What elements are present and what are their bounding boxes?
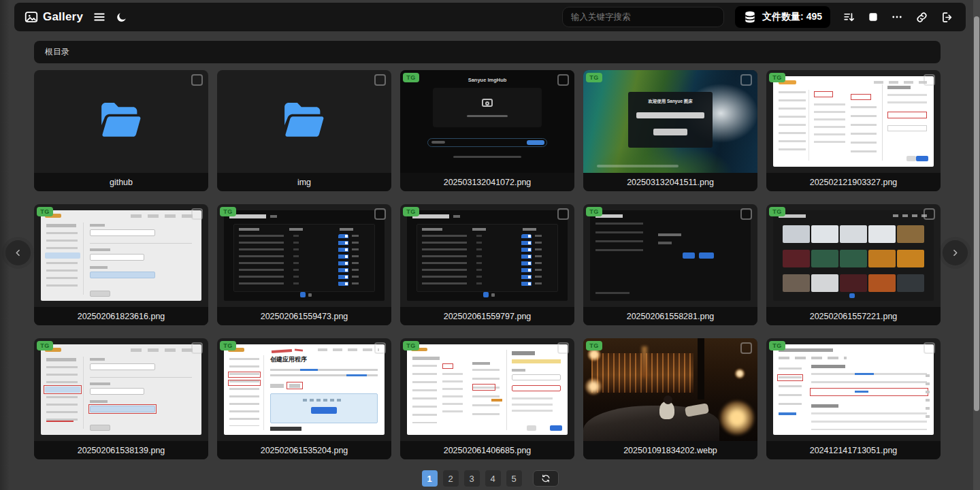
thumbnail-art <box>512 369 525 372</box>
thumbnail-art <box>472 228 486 231</box>
thumbnail-art <box>46 224 76 227</box>
thumbnail-art <box>653 129 687 135</box>
prev-page-arrow[interactable] <box>5 240 31 265</box>
app-title: Gallery <box>43 10 83 24</box>
scrollbar-thumb[interactable] <box>974 16 979 411</box>
menu-icon[interactable] <box>93 10 106 24</box>
image-card[interactable]: TG202501091834202.webp <box>583 338 757 459</box>
refresh-button[interactable] <box>533 470 559 487</box>
thumbnail-art <box>346 374 367 376</box>
file-name: 202501091834202.webp <box>623 446 717 455</box>
thumbnail-art <box>664 395 672 404</box>
thumbnail-art <box>270 427 301 431</box>
thumbnail-art <box>442 363 453 369</box>
select-checkbox[interactable] <box>191 74 203 86</box>
image-card[interactable]: 创建应用程序TG202502061535204.png <box>217 338 391 459</box>
sort-descending-icon[interactable] <box>843 11 855 24</box>
thumbnail-art <box>840 274 867 292</box>
page-buttons: 12345 <box>422 470 522 487</box>
select-checkbox[interactable] <box>740 74 752 86</box>
image-card[interactable]: TG202502121903327.png <box>766 70 941 191</box>
image-card[interactable]: TG202502061557221.png <box>766 204 941 325</box>
select-checkbox[interactable] <box>557 208 569 220</box>
image-card[interactable]: TG202502061559797.png <box>400 204 574 325</box>
file-name: 202502061557221.png <box>810 312 898 321</box>
pagination: 12345 <box>0 470 980 487</box>
select-checkbox[interactable] <box>374 342 386 354</box>
thumbnail-art <box>512 359 561 363</box>
thumbnail-art <box>808 90 809 161</box>
select-checkbox[interactable] <box>557 342 569 354</box>
file-count-text: 文件数量: 495 <box>762 11 822 23</box>
logout-icon[interactable] <box>941 11 953 24</box>
thumbnail-art <box>318 348 379 351</box>
thumbnail-art <box>412 365 437 423</box>
search-input[interactable] <box>562 7 724 27</box>
thumbnail-art <box>90 377 192 378</box>
select-checkbox[interactable] <box>374 74 386 86</box>
image-card[interactable]: Sanyue ImgHubTG202503132041072.png <box>400 70 574 191</box>
channel-badge: TG <box>403 207 419 216</box>
breadcrumb-root[interactable]: 根目录 <box>45 46 69 58</box>
select-checkbox[interactable] <box>191 342 203 354</box>
scrollbar-track[interactable] <box>973 0 980 490</box>
select-checkbox[interactable] <box>740 208 752 220</box>
file-grid: githubimgSanyue ImgHubTG202503132041072.… <box>34 70 941 459</box>
thumbnail-art <box>840 225 867 243</box>
thumbnail-art <box>131 348 196 352</box>
image-card[interactable]: TG202502061559473.png <box>217 204 391 325</box>
thumbnail-art <box>777 374 803 381</box>
image-card[interactable]: TG202502061558281.png <box>583 204 757 325</box>
thumbnail-art <box>491 399 502 402</box>
channel-badge: TG <box>586 73 602 82</box>
thumbnail-art <box>263 355 264 430</box>
image-card[interactable]: TG202412141713051.png <box>766 338 941 459</box>
thumbnail-art <box>224 210 385 301</box>
file-name-bar: github <box>34 173 208 191</box>
page-button-2[interactable]: 2 <box>443 470 459 487</box>
page-button-1[interactable]: 1 <box>422 470 438 487</box>
file-name-bar: 202502061558281.png <box>583 307 757 325</box>
breadcrumb[interactable]: 根目录 <box>34 41 941 63</box>
thumbnail-art <box>90 400 108 403</box>
page-button-3[interactable]: 3 <box>464 470 480 487</box>
thumbnail-art <box>851 94 871 100</box>
image-card[interactable]: 欢迎使用 Sanyue 图床TG202503132041511.png <box>583 70 757 191</box>
select-all-icon[interactable] <box>868 12 879 22</box>
select-checkbox[interactable] <box>924 208 935 220</box>
select-checkbox[interactable] <box>740 342 752 354</box>
folder-card[interactable]: img <box>217 70 391 191</box>
thumbnail-art <box>882 84 883 161</box>
thumbnail-art <box>595 292 630 294</box>
thumbnail-art <box>90 425 110 431</box>
thumbnail-art <box>228 380 261 386</box>
thumbnail-art <box>658 233 681 236</box>
page-button-4[interactable]: 4 <box>485 470 501 487</box>
thumbnail-art <box>422 235 467 288</box>
select-checkbox[interactable] <box>924 342 935 354</box>
page-button-5[interactable]: 5 <box>506 470 522 487</box>
thumbnail-art <box>46 421 74 422</box>
select-checkbox[interactable] <box>557 74 569 86</box>
image-card[interactable]: TG202502061406685.png <box>400 338 574 459</box>
thumbnail <box>583 204 757 307</box>
image-card[interactable]: TG202502061538139.png <box>34 338 208 459</box>
next-page-arrow[interactable] <box>943 240 968 265</box>
copy-link-icon[interactable] <box>915 11 928 24</box>
select-checkbox[interactable] <box>191 208 203 220</box>
thumbnail-art <box>926 374 930 422</box>
folder-icon <box>99 103 144 140</box>
thumbnail-art: Sanyue ImgHub <box>400 77 574 83</box>
select-checkbox[interactable] <box>924 74 935 86</box>
select-checkbox[interactable] <box>374 208 386 220</box>
file-name-bar: img <box>217 173 391 191</box>
folder-card[interactable]: github <box>34 70 208 191</box>
thumbnail-art <box>90 382 110 385</box>
file-name: 202502061559473.png <box>261 312 348 321</box>
thumbnail-art <box>506 350 507 430</box>
channel-badge: TG <box>220 207 236 216</box>
image-card[interactable]: TG202502061823616.png <box>34 204 208 325</box>
more-options-icon[interactable] <box>891 11 903 23</box>
moon-icon[interactable] <box>116 12 127 23</box>
file-name: 202502061823616.png <box>78 312 165 321</box>
